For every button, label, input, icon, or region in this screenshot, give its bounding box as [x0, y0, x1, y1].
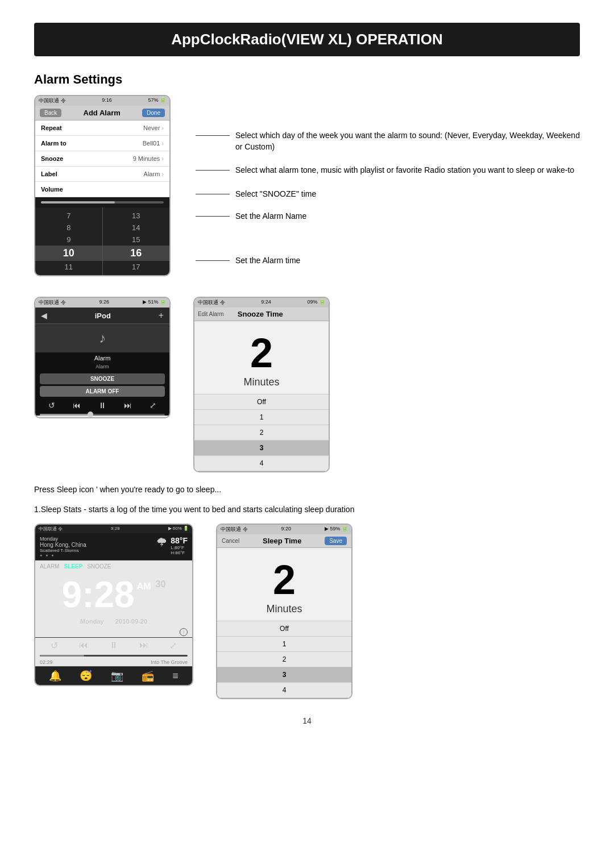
volume-slider-area[interactable] — [35, 197, 169, 207]
tab-sleep[interactable]: SLEEP — [64, 563, 82, 570]
snooze-time-phone: 中国联通 令 9:24 09% 🔋 Edit Alarm Snooze Time… — [193, 297, 330, 472]
alarm-list: Repeat Never › Alarm to Bell01 › Snooze … — [35, 121, 169, 197]
snooze-big-number: 2 — [194, 321, 329, 376]
back-button[interactable]: Back — [40, 109, 61, 117]
time-picker[interactable]: 7 8 9 10 11 13 14 15 16 17 — [35, 207, 169, 275]
st-item-2[interactable]: 2 — [217, 652, 351, 667]
sleep-track-time: 02:29 — [40, 659, 53, 665]
sleep-carrier: 中国联通 令 — [39, 526, 63, 532]
weather-icon: 🌩 — [156, 536, 168, 549]
ann-snooze: Select "SNOOZE" time — [196, 189, 580, 200]
sleep-minutes-label: Minutes — [217, 603, 351, 621]
play-pause-icon[interactable]: ⏸ — [98, 401, 106, 410]
st-item-off[interactable]: Off — [217, 621, 351, 637]
volume-row[interactable]: Volume — [35, 182, 169, 197]
hour-7[interactable]: 7 — [35, 210, 102, 222]
sleep-battery: ▶ 60% 🔋 — [168, 526, 189, 532]
ipod-time: 9:26 — [99, 299, 109, 306]
sleep-bottom-bar: 🔔 😴 📷 📻 ≡ — [35, 666, 192, 685]
snooze-item-2[interactable]: 2 — [194, 425, 329, 441]
next-icon[interactable]: ⏭ — [124, 401, 132, 410]
label-row[interactable]: Label Alarm › — [35, 167, 169, 182]
sleep-shuffle-icon[interactable]: ⤢ — [169, 640, 177, 651]
prev-icon[interactable]: ⏮ — [73, 401, 81, 410]
repeat-row[interactable]: Repeat Never › — [35, 121, 169, 136]
snooze-value: 9 Minutes › — [133, 155, 164, 162]
hour-8[interactable]: 8 — [35, 222, 102, 234]
sleep-time-status: 中国联通 令 9:20 ▶ 59% 🔋 — [217, 525, 351, 534]
repeat-icon[interactable]: ↺ — [48, 401, 55, 410]
sleep-time-navbar: Cancel Sleep Time Save — [217, 534, 351, 548]
bottom-settings-icon[interactable]: ≡ — [172, 670, 179, 682]
ipod-battery: ▶ 51% 🔋 — [143, 299, 166, 306]
st-item-1[interactable]: 1 — [217, 637, 351, 652]
sleep-play-icon[interactable]: ⏸ — [109, 640, 118, 651]
ipod-phone: 中国联通 令 9:26 ▶ 51% 🔋 ◀ iPod + ♪ Alarm Ala… — [34, 297, 171, 418]
snooze-carrier: 中国联通 令 — [198, 299, 225, 306]
snooze-item-4[interactable]: 4 — [194, 456, 329, 471]
ann-text-1: Select which day of the week you want th… — [235, 130, 580, 152]
bottom-alarm-icon[interactable]: 🔔 — [49, 670, 61, 682]
ipod-progress-dot — [88, 412, 93, 417]
navbar: Back Add Alarm Done — [35, 106, 169, 121]
sleep-prev-icon[interactable]: ⏮ — [79, 640, 88, 651]
snooze-item-off[interactable]: Off — [194, 394, 329, 410]
min-14[interactable]: 14 — [103, 222, 170, 234]
minute-picker[interactable]: 13 14 15 16 17 — [103, 207, 170, 275]
sleep-ampm: AM — [135, 574, 151, 592]
bottom-photo-icon[interactable]: 📷 — [111, 670, 123, 682]
hour-10[interactable]: 10 — [35, 246, 102, 261]
ipod-progress-fill — [40, 414, 90, 416]
sleep-phone: 中国联通 令 9:28 ▶ 60% 🔋 Monday Hong Kong, Ch… — [34, 524, 193, 686]
sleep-time-title: Sleep Time — [263, 537, 301, 545]
shuffle-icon[interactable]: ⤢ — [150, 401, 156, 410]
bottom-radio-icon[interactable]: 📻 — [142, 670, 154, 682]
sleep-track-info: 02:29 Into The Groove — [35, 658, 192, 666]
page-number: 14 — [34, 716, 580, 725]
snooze-time: 9:24 — [261, 299, 271, 306]
alarm-to-row[interactable]: Alarm to Bell01 › — [35, 136, 169, 151]
snooze-row[interactable]: Snooze 9 Minutes › — [35, 151, 169, 167]
sleep-clock-digits: 9:28 — [62, 574, 135, 616]
volume-slider[interactable] — [41, 201, 164, 203]
alarm-off-button[interactable]: ALARM OFF — [40, 386, 165, 397]
sleep-cancel-button[interactable]: Cancel — [222, 538, 239, 544]
music-note-icon: ♪ — [99, 330, 106, 346]
info-icon[interactable]: i — [180, 628, 188, 636]
hour-11[interactable]: 11 — [35, 261, 102, 273]
ipod-status: 中国联通 令 9:26 ▶ 51% 🔋 — [35, 298, 169, 308]
bottom-sleep-icon[interactable]: 😴 — [80, 670, 92, 682]
sleep-clock-display: 9:28 AM 30 — [35, 572, 192, 617]
tab-alarm[interactable]: ALARM — [40, 563, 59, 570]
sleep-repeat-icon[interactable]: ↺ — [51, 640, 58, 651]
tab-snooze[interactable]: SNOOZE — [87, 563, 111, 570]
sleep-next-icon[interactable]: ⏭ — [139, 640, 148, 651]
label-label: Label — [41, 171, 57, 177]
st-carrier: 中国联通 令 — [221, 526, 248, 533]
done-button[interactable]: Done — [142, 109, 165, 117]
sleep-30: 30 — [151, 574, 166, 589]
min-17[interactable]: 17 — [103, 261, 170, 273]
min-15[interactable]: 15 — [103, 234, 170, 246]
snooze-edit-alarm[interactable]: Edit Alarm — [198, 311, 224, 317]
st-item-4[interactable]: 4 — [217, 683, 351, 698]
st-item-3[interactable]: 3 — [217, 667, 351, 683]
ipod-add-icon[interactable]: + — [159, 310, 164, 321]
hour-9[interactable]: 9 — [35, 234, 102, 246]
ipod-back-icon[interactable]: ◀ — [41, 311, 47, 320]
hour-picker[interactable]: 7 8 9 10 11 — [35, 207, 102, 275]
volume-label: Volume — [41, 186, 63, 193]
snooze-navbar: Edit Alarm Snooze Time — [194, 308, 329, 321]
sleep-save-button[interactable]: Save — [325, 537, 347, 545]
min-16[interactable]: 16 — [103, 246, 170, 261]
sleep-big-number: 2 — [217, 548, 351, 603]
sleep-progress-bar — [40, 655, 188, 657]
snooze-button[interactable]: SNOOZE — [40, 373, 165, 384]
snooze-item-1[interactable]: 1 — [194, 410, 329, 425]
snooze-item-3[interactable]: 3 — [194, 441, 329, 456]
weather-condition: Scattered T-Storms — [40, 548, 86, 553]
snooze-battery: 09% 🔋 — [307, 299, 325, 306]
snooze-title: Snooze Time — [238, 310, 283, 318]
sleep-controls: ↺ ⏮ ⏸ ⏭ ⤢ — [35, 637, 192, 653]
min-13[interactable]: 13 — [103, 210, 170, 222]
